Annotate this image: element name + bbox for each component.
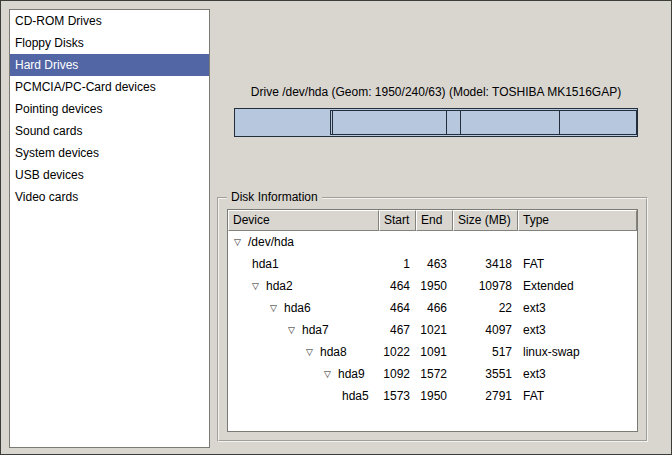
end-cell: 1572: [416, 363, 453, 385]
start-cell: 1573: [379, 385, 416, 407]
size-cell: 10978: [453, 275, 518, 297]
device-cell: ▽hda2: [228, 275, 379, 297]
device-name: /dev/hda: [248, 231, 294, 253]
drive-title: Drive /dev/hda (Geom: 1950/240/63) (Mode…: [226, 85, 646, 99]
end-cell: 1950: [416, 385, 453, 407]
type-cell: [518, 231, 637, 253]
table-row[interactable]: ▽hda9109215723551ext3: [228, 363, 637, 385]
sidebar-item-pcmcia-pc-card-devices[interactable]: PCMCIA/PC-Card devices: [10, 76, 209, 98]
device-name: hda8: [320, 341, 347, 363]
start-cell: 1: [379, 253, 416, 275]
table-row[interactable]: ▽/dev/hda: [228, 231, 637, 253]
start-cell: 464: [379, 275, 416, 297]
type-cell: ext3: [518, 297, 637, 319]
table-row[interactable]: hda114633418FAT: [228, 253, 637, 275]
expander-icon[interactable]: ▽: [306, 341, 320, 363]
expander-icon[interactable]: ▽: [270, 297, 284, 319]
sidebar-item-system-devices[interactable]: System devices: [10, 142, 209, 164]
size-cell: 4097: [453, 319, 518, 341]
device-list: CD-ROM DrivesFloppy DisksHard DrivesPCMC…: [9, 9, 210, 448]
table-row[interactable]: ▽hda646446622ext3: [228, 297, 637, 319]
table-row[interactable]: hda5157319502791FAT: [228, 385, 637, 407]
device-cell: ▽hda7: [228, 319, 379, 341]
column-header-start[interactable]: Start: [379, 210, 416, 231]
start-cell: 1092: [379, 363, 416, 385]
device-cell: ▽hda9: [228, 363, 379, 385]
start-cell: [379, 231, 416, 253]
column-header-size[interactable]: Size (MB): [453, 210, 518, 231]
end-cell: 1091: [416, 341, 453, 363]
device-name: hda7: [302, 319, 329, 341]
partition-segment-hda1: [235, 109, 330, 136]
start-cell: 464: [379, 297, 416, 319]
type-cell: Extended: [518, 275, 637, 297]
hardware-browser-window: CD-ROM DrivesFloppy DisksHard DrivesPCMC…: [0, 0, 672, 455]
device-name: hda2: [266, 275, 293, 297]
size-cell: 517: [453, 341, 518, 363]
sidebar-item-pointing-devices[interactable]: Pointing devices: [10, 98, 209, 120]
table-row[interactable]: ▽hda746710214097ext3: [228, 319, 637, 341]
device-cell: ▽/dev/hda: [228, 231, 379, 253]
size-cell: 2791: [453, 385, 518, 407]
sidebar-item-hard-drives[interactable]: Hard Drives: [10, 54, 209, 76]
sidebar-item-sound-cards[interactable]: Sound cards: [10, 120, 209, 142]
end-cell: 466: [416, 297, 453, 319]
type-cell: ext3: [518, 363, 637, 385]
end-cell: [416, 231, 453, 253]
device-cell: ▽hda6: [228, 297, 379, 319]
sidebar-item-video-cards[interactable]: Video cards: [10, 186, 209, 208]
device-name: hda5: [342, 385, 369, 407]
end-cell: 1950: [416, 275, 453, 297]
partition-bar: [234, 108, 638, 137]
size-cell: [453, 231, 518, 253]
expander-icon[interactable]: ▽: [288, 319, 302, 341]
sidebar-item-usb-devices[interactable]: USB devices: [10, 164, 209, 186]
type-cell: linux-swap: [518, 341, 637, 363]
start-cell: 1022: [379, 341, 416, 363]
device-cell: hda5: [228, 385, 379, 407]
expander-icon[interactable]: ▽: [252, 275, 266, 297]
type-cell: FAT: [518, 385, 637, 407]
end-cell: 463: [416, 253, 453, 275]
expander-icon[interactable]: ▽: [324, 363, 338, 385]
partition-segment-hda8: [446, 111, 460, 134]
disk-information-label: Disk Information: [227, 190, 322, 205]
disk-table: Device Start End Size (MB) Type ▽/dev/hd…: [227, 209, 638, 432]
disk-table-body: ▽/dev/hdahda114633418FAT▽hda246419501097…: [228, 231, 637, 407]
table-row[interactable]: ▽hda810221091517linux-swap: [228, 341, 637, 363]
disk-information-frame: Disk Information Device Start End Size (…: [217, 197, 648, 442]
end-cell: 1021: [416, 319, 453, 341]
device-name: hda9: [338, 363, 365, 385]
column-header-device[interactable]: Device: [228, 210, 379, 231]
size-cell: 22: [453, 297, 518, 319]
type-cell: ext3: [518, 319, 637, 341]
device-name: hda1: [252, 253, 279, 275]
column-header-type[interactable]: Type: [518, 210, 637, 231]
partition-segment-hda7: [332, 111, 446, 134]
disk-table-header: Device Start End Size (MB) Type: [228, 210, 637, 231]
sidebar-item-floppy-disks[interactable]: Floppy Disks: [10, 32, 209, 54]
partition-segment-hda9: [460, 111, 559, 134]
partition-segment-hda2: [330, 110, 637, 135]
size-cell: 3418: [453, 253, 518, 275]
device-cell: ▽hda8: [228, 341, 379, 363]
expander-icon[interactable]: ▽: [234, 231, 248, 253]
table-row[interactable]: ▽hda2464195010978Extended: [228, 275, 637, 297]
partition-segment-hda5: [559, 111, 636, 134]
start-cell: 467: [379, 319, 416, 341]
column-header-end[interactable]: End: [416, 210, 453, 231]
device-cell: hda1: [228, 253, 379, 275]
device-name: hda6: [284, 297, 311, 319]
size-cell: 3551: [453, 363, 518, 385]
sidebar-item-cd-rom-drives[interactable]: CD-ROM Drives: [10, 10, 209, 32]
type-cell: FAT: [518, 253, 637, 275]
